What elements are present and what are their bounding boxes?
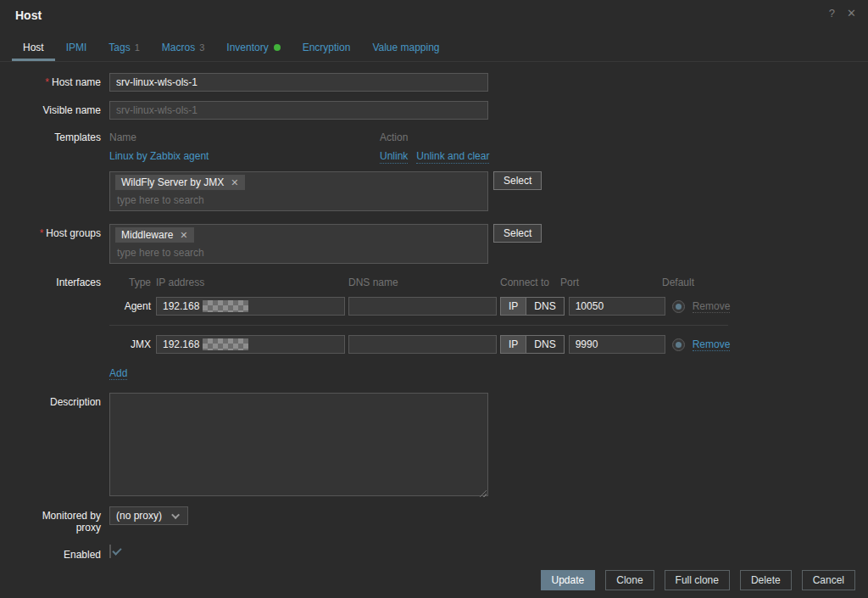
enabled-label: Enabled	[15, 545, 101, 561]
templates-multiselect[interactable]: WildFly Server by JMX ✕ type here to sea…	[109, 171, 488, 211]
tab-inventory[interactable]: Inventory	[215, 36, 291, 61]
jmx-default-radio[interactable]	[672, 338, 685, 351]
full-clone-button[interactable]: Full clone	[665, 570, 730, 590]
tab-tags[interactable]: Tags1	[97, 36, 150, 61]
jmx-dns-input[interactable]	[348, 335, 497, 354]
tab-encryption-label: Encryption	[303, 42, 351, 53]
host-dialog: Host ? ✕ Host IPMI Tags1 Macros3 Invento…	[0, 0, 868, 598]
jmx-port-input[interactable]	[569, 335, 665, 354]
enabled-row: Enabled	[15, 545, 853, 561]
interfaces-col-dns: DNS name	[348, 277, 500, 288]
visible-name-label: Visible name	[15, 101, 101, 120]
help-icon[interactable]: ?	[829, 7, 835, 20]
host-name-label-text: Host name	[52, 76, 101, 88]
add-interface-link[interactable]: Add	[109, 367, 127, 380]
host-name-label: *Host name	[15, 73, 101, 92]
jmx-connect-ip-button[interactable]: IP	[501, 336, 526, 353]
interfaces-col-type: Type	[109, 277, 156, 288]
host-groups-row: *Host groups Middleware ✕ type here to s…	[15, 224, 853, 264]
interfaces-col-port: Port	[560, 277, 662, 288]
proxy-select[interactable]: (no proxy)	[109, 506, 188, 525]
host-groups-multiselect[interactable]: Middleware ✕ type here to search	[109, 224, 488, 264]
clone-button[interactable]: Clone	[605, 570, 654, 590]
templates-table-header: Name Action	[109, 131, 542, 143]
dialog-header-icons: ? ✕	[829, 7, 856, 20]
redacted-ip-block	[203, 338, 248, 350]
agent-connect-dns-button[interactable]: DNS	[526, 298, 563, 315]
close-icon[interactable]: ✕	[847, 7, 856, 20]
interface-type-label: Agent	[109, 300, 156, 312]
dialog-footer: Update Clone Full clone Delete Cancel	[541, 570, 855, 590]
tab-value-mapping[interactable]: Value mapping	[361, 36, 450, 61]
required-marker: *	[40, 227, 44, 239]
dialog-header: Host	[0, 0, 868, 22]
tab-tags-label: Tags	[108, 42, 130, 53]
agent-ip-input[interactable]: 192.168	[156, 297, 345, 316]
templates-label: Templates	[15, 131, 101, 211]
jmx-ip-value: 192.168	[163, 338, 199, 350]
host-groups-label-text: Host groups	[46, 227, 101, 239]
required-marker: *	[45, 76, 49, 88]
delete-button[interactable]: Delete	[740, 570, 792, 590]
interfaces-col-default: Default	[662, 277, 694, 288]
agent-default-radio[interactable]	[672, 300, 685, 313]
host-groups-select-button[interactable]: Select	[493, 224, 542, 243]
agent-remove-link[interactable]: Remove	[693, 300, 731, 313]
host-groups-search-placeholder: type here to search	[115, 247, 482, 259]
chip-remove-icon[interactable]: ✕	[180, 229, 187, 241]
linked-template-link[interactable]: Linux by Zabbix agent	[109, 150, 209, 162]
jmx-connect-to-toggle: IP DNS	[500, 335, 565, 354]
linked-template-row: Linux by Zabbix agent Unlink Unlink and …	[109, 150, 542, 164]
tab-ipmi[interactable]: IPMI	[55, 36, 98, 61]
interfaces-label: Interfaces	[15, 277, 101, 379]
tab-macros-label: Macros	[162, 42, 195, 53]
unlink-link[interactable]: Unlink	[380, 150, 408, 164]
tab-tags-count: 1	[135, 42, 140, 53]
interfaces-row: Interfaces Type IP address DNS name Conn…	[15, 277, 853, 379]
agent-connect-ip-button[interactable]: IP	[501, 298, 526, 315]
visible-name-row: Visible name	[15, 101, 853, 120]
chevron-down-icon	[171, 511, 180, 519]
enabled-checkbox[interactable]	[109, 545, 111, 558]
template-chip: WildFly Server by JMX ✕	[115, 175, 245, 190]
description-textarea[interactable]	[109, 393, 488, 496]
tab-value-mapping-label: Value mapping	[372, 42, 439, 53]
jmx-ip-input[interactable]: 192.168	[156, 335, 345, 354]
interface-row-jmx: JMX 192.168 IP DNS	[109, 335, 730, 354]
interfaces-col-ip: IP address	[156, 277, 348, 288]
host-name-input[interactable]	[109, 73, 488, 92]
tab-host-label: Host	[23, 42, 44, 53]
agent-dns-input[interactable]	[348, 297, 497, 316]
tab-ipmi-label: IPMI	[66, 42, 87, 53]
cancel-button[interactable]: Cancel	[802, 570, 855, 590]
tab-bar: Host IPMI Tags1 Macros3 Inventory Encryp…	[0, 36, 868, 62]
agent-port-input[interactable]	[569, 297, 665, 316]
host-group-chip-label: Middleware	[121, 229, 173, 241]
inventory-status-dot-icon	[274, 44, 281, 51]
tab-macros-count: 3	[199, 42, 204, 53]
tab-macros[interactable]: Macros3	[151, 36, 215, 61]
description-row: Description	[15, 393, 853, 499]
proxy-row: Monitored by proxy (no proxy)	[15, 506, 853, 534]
jmx-connect-dns-button[interactable]: DNS	[526, 336, 563, 353]
update-button[interactable]: Update	[541, 570, 596, 590]
interface-type-label: JMX	[109, 338, 156, 350]
tab-host[interactable]: Host	[12, 36, 55, 61]
tab-encryption[interactable]: Encryption	[292, 36, 362, 61]
agent-ip-value: 192.168	[163, 300, 199, 312]
interface-row-agent: Agent 192.168 IP DNS	[109, 297, 730, 316]
templates-col-name: Name	[109, 131, 380, 143]
jmx-remove-link[interactable]: Remove	[693, 338, 731, 351]
unlink-and-clear-link[interactable]: Unlink and clear	[416, 150, 489, 164]
agent-connect-to-toggle: IP DNS	[500, 297, 565, 316]
host-form: *Host name Visible name Templates Name A…	[0, 62, 868, 561]
chip-remove-icon[interactable]: ✕	[231, 176, 238, 188]
template-chip-label: WildFly Server by JMX	[121, 176, 224, 188]
templates-col-action: Action	[380, 131, 408, 143]
dialog-title: Host	[15, 8, 856, 22]
visible-name-input[interactable]	[109, 101, 488, 120]
proxy-selected-value: (no proxy)	[116, 510, 162, 522]
host-name-row: *Host name	[15, 73, 853, 92]
description-label: Description	[15, 393, 101, 499]
templates-select-button[interactable]: Select	[493, 171, 542, 190]
